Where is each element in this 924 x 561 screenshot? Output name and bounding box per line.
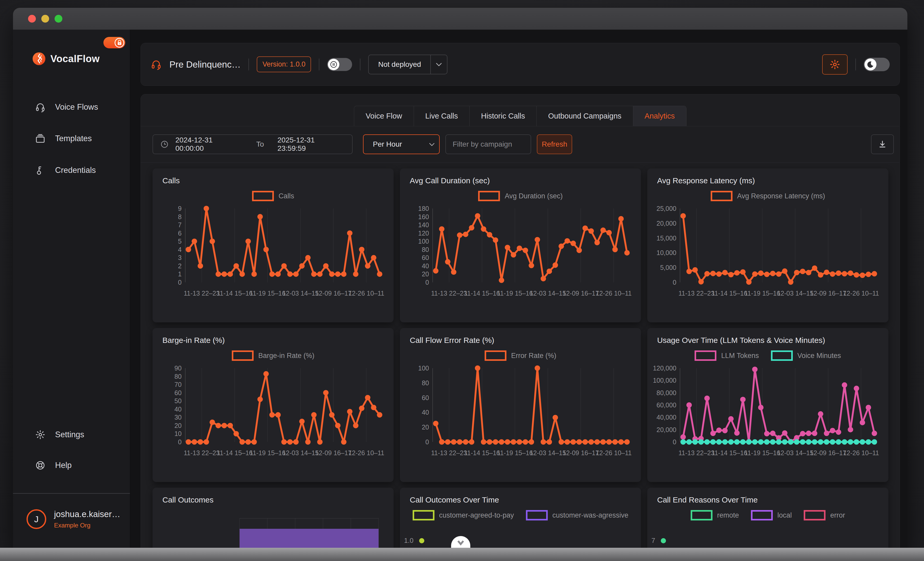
axis-first-tick: 1.0 <box>404 537 424 544</box>
sidebar-item-templates[interactable]: Templates <box>13 128 130 149</box>
svg-text:40: 40 <box>422 262 429 269</box>
vocalflow-logo <box>32 51 46 66</box>
svg-text:12-03 14–15: 12-03 14–15 <box>282 449 319 457</box>
flow-settings-button[interactable] <box>822 54 848 75</box>
legend-item-customer-agreed-to-pay: customer-agreed-to-pay <box>412 510 514 520</box>
svg-text:12-09 16–17: 12-09 16–17 <box>810 290 846 297</box>
svg-text:11-19 15–16: 11-19 15–16 <box>249 290 286 297</box>
svg-text:3: 3 <box>178 254 182 261</box>
svg-text:80: 80 <box>422 379 429 387</box>
chevron-down-icon <box>424 135 439 153</box>
user-profile[interactable]: J joshua.e.kaiser… Example Org <box>27 509 120 529</box>
legend-label: Avg Duration (sec) <box>505 192 562 200</box>
svg-text:11-19 15–16: 11-19 15–16 <box>497 290 533 297</box>
legend-swatch <box>711 191 732 201</box>
chart-legend: LLM TokensVoice Minutes <box>647 350 888 361</box>
svg-text:9: 9 <box>178 205 182 212</box>
svg-text:7: 7 <box>178 221 182 229</box>
refresh-button[interactable]: Refresh <box>537 134 572 154</box>
chart-title: Call Outcomes Over Time <box>410 495 499 504</box>
sidebar-item-credentials[interactable]: Credentials <box>13 160 130 180</box>
legend-swatch <box>804 510 825 520</box>
svg-text:12-03 14–15: 12-03 14–15 <box>777 290 813 297</box>
svg-text:12-09 16–17: 12-09 16–17 <box>810 449 846 457</box>
chart-title: Call Outcomes <box>162 495 214 504</box>
svg-text:11-13 22–23: 11-13 22–23 <box>184 449 220 457</box>
legend-swatch <box>694 350 716 361</box>
date-from: 2024-12-31 00:00:00 <box>176 136 243 153</box>
chart-card-barge-in-rate: Barge-in Rate (%)Barge-in Rate (%)010203… <box>153 328 394 482</box>
chart-title: Usage Over Time (LLM Tokens & Voice Minu… <box>657 336 825 345</box>
chart-plot <box>158 517 388 548</box>
svg-text:60,000: 60,000 <box>657 402 676 409</box>
tab-historic-calls[interactable]: Historic Calls <box>469 106 536 126</box>
legend-item-calls: Calls <box>252 191 294 201</box>
svg-text:0: 0 <box>673 279 676 286</box>
svg-text:2: 2 <box>178 262 182 269</box>
headset-icon <box>151 59 162 70</box>
minimize-window-button[interactable] <box>41 15 49 23</box>
sidebar-item-label: Voice Flows <box>55 102 98 112</box>
campaign-filter-input[interactable] <box>446 134 531 154</box>
legend-swatch <box>252 191 274 201</box>
tab-group: Voice FlowLive CallsHistoric CallsOutbou… <box>354 106 686 126</box>
key-icon <box>35 165 46 176</box>
dark-mode-toggle[interactable] <box>864 58 890 71</box>
svg-text:12-03 14–15: 12-03 14–15 <box>777 449 813 457</box>
svg-text:50: 50 <box>174 397 182 405</box>
date-to-label: To <box>256 140 264 149</box>
svg-text:6: 6 <box>178 230 182 237</box>
close-window-button[interactable] <box>28 15 36 23</box>
legend-item-avg-duration-sec: Avg Duration (sec) <box>478 191 562 201</box>
tab-voice-flow[interactable]: Voice Flow <box>354 106 413 126</box>
sidebar-item-voice-flows[interactable]: Voice Flows <box>13 97 130 117</box>
tab-outbound-campaigns[interactable]: Outbound Campaigns <box>536 106 633 126</box>
svg-text:12-26 10–11: 12-26 10–11 <box>843 449 879 457</box>
chart-card-call-outcomes: Call Outcomes <box>153 488 394 548</box>
zoom-window-button[interactable] <box>55 15 62 23</box>
sidebar-item-label: Help <box>55 461 72 470</box>
divider <box>248 59 249 71</box>
tab-analytics[interactable]: Analytics <box>633 106 686 126</box>
svg-text:20,000: 20,000 <box>657 426 676 433</box>
chart-title: Call Flow Error Rate (%) <box>410 336 494 345</box>
legend-label: local <box>777 511 792 519</box>
chart-plot: 010203040506070809011-13 22–2311-14 15–1… <box>158 364 388 474</box>
svg-text:12-03 14–15: 12-03 14–15 <box>282 290 319 297</box>
interval-select[interactable]: Per Hour <box>363 134 440 154</box>
svg-text:140: 140 <box>418 221 429 229</box>
svg-text:60: 60 <box>174 389 182 396</box>
svg-text:5,000: 5,000 <box>660 264 676 271</box>
sidebar-lock-toggle[interactable] <box>104 37 125 48</box>
legend-swatch <box>412 510 435 520</box>
tab-live-calls[interactable]: Live Calls <box>414 106 470 126</box>
export-button[interactable] <box>871 134 894 154</box>
sidebar-item-settings[interactable]: Settings <box>13 424 130 445</box>
svg-text:11-14 15–16: 11-14 15–16 <box>464 290 500 297</box>
lock-icon <box>115 38 124 48</box>
sidebar-divider <box>13 493 130 494</box>
svg-text:11-19 15–16: 11-19 15–16 <box>744 449 780 457</box>
date-range-picker[interactable]: 2024-12-31 00:00:00 To 2025-12-31 23:59:… <box>153 134 352 154</box>
legend-label: Calls <box>279 192 294 200</box>
legend-item-error-rate: Error Rate (%) <box>484 350 556 361</box>
legend-item-llm-tokens: LLM Tokens <box>694 350 759 361</box>
svg-text:20: 20 <box>422 424 429 431</box>
deploy-toggle[interactable] <box>327 58 352 71</box>
chart-title: Call End Reasons Over Time <box>657 495 758 504</box>
legend-label: customer-agreed-to-pay <box>439 511 514 519</box>
sidebar-item-label: Settings <box>55 430 84 439</box>
svg-text:0: 0 <box>425 279 429 286</box>
svg-text:12-09 16–17: 12-09 16–17 <box>562 290 599 297</box>
chart-legend: Barge-in Rate (%) <box>153 350 394 361</box>
sidebar-item-help[interactable]: Help <box>13 455 130 476</box>
headset-icon <box>35 101 46 113</box>
svg-text:12-26 10–11: 12-26 10–11 <box>348 290 384 297</box>
chart-plot: 02040608010012014016018011-13 22–2311-14… <box>405 205 636 314</box>
svg-text:20,000: 20,000 <box>657 220 676 227</box>
deploy-status-select[interactable]: Not deployed <box>368 54 447 74</box>
main-content: Pre Delinquenc… Version: 1.0.0 <box>130 30 908 548</box>
svg-text:100,000: 100,000 <box>653 377 676 384</box>
gear-icon <box>35 429 46 441</box>
svg-text:12-26 10–11: 12-26 10–11 <box>596 290 632 297</box>
